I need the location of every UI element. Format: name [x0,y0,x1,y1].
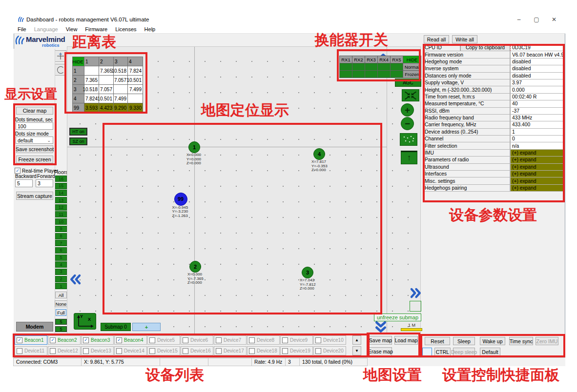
save-screenshot-button[interactable]: Save screenshot [16,145,53,153]
checkbox-icon[interactable]: ✓ [17,337,22,343]
add-submap-button[interactable]: + [132,323,161,331]
checkbox-icon[interactable] [183,348,188,354]
device-toggle-device14[interactable]: Device14 [114,346,147,355]
erase-map-button[interactable]: Erase map [369,347,392,356]
floor-button-5[interactable]: 5 [55,255,67,261]
device-toggle-device13[interactable]: Device13 [81,346,114,355]
checkbox-icon[interactable] [149,348,155,354]
time-sync-button[interactable]: Time sync [509,337,533,345]
ctrl-button[interactable]: CTRL [434,348,451,356]
device-toggle-device17[interactable]: Device17 [214,346,247,355]
param-value-expand[interactable]: (+) expand [510,184,565,192]
checkbox-icon[interactable] [249,348,255,354]
param-value[interactable]: 433 MHz [510,114,565,121]
floor-button-6[interactable]: 6 [55,247,67,254]
device-toggle-device7[interactable]: Device7 [214,335,247,345]
checkbox-icon[interactable] [282,348,288,354]
param-value[interactable]: 0D3C19 [510,44,565,51]
rx-state-cell[interactable] [390,63,403,71]
rx-state-cell[interactable] [365,63,378,71]
device-toggle-device11[interactable]: Device11 [15,346,47,355]
backward-input[interactable]: 5 [15,179,33,187]
param-value[interactable]: 00:02:40 R [510,93,565,100]
rx-header-rx1[interactable]: RX1 [339,56,352,63]
param-value[interactable]: disabled [510,65,565,72]
param-value[interactable]: 0 [510,135,565,142]
clear-map-button[interactable]: Clear map [16,107,53,115]
checkbox-icon[interactable] [249,337,255,343]
hedgehog-99[interactable]: 99 [174,193,187,206]
copy-to-clipboard-button[interactable]: Copy to clipboard [460,44,510,51]
default-button[interactable]: Default [480,348,500,356]
checkbox-icon[interactable] [315,337,321,343]
dots-timeout-input[interactable]: 100 [16,122,53,130]
floor-button-7[interactable]: 7 [55,240,67,246]
device-toggle-device12[interactable]: Device12 [48,346,81,355]
checkbox-icon[interactable] [282,337,288,343]
param-value[interactable]: 3.97 [510,79,565,86]
checkbox-icon[interactable] [17,348,22,354]
floor-button-12[interactable]: 12 [55,204,67,211]
floor-button-13[interactable]: 13 [55,197,67,203]
device-toggle-device5[interactable]: Device5 [147,335,180,345]
checkbox-icon[interactable] [116,348,122,354]
checkbox-icon[interactable]: ✓ [116,337,122,343]
device-scroll-down-button[interactable]: ▼ [352,346,361,355]
beacon-3[interactable]: 3 [302,267,313,278]
submap-swatch[interactable] [410,301,421,312]
rx-state-cell[interactable] [339,70,352,78]
floor-button-9[interactable]: 9 [55,226,67,232]
floors-none-button[interactable]: None [55,300,67,307]
agc-button[interactable]: AGC [395,78,421,87]
device-toggle-device9[interactable]: Device9 [280,335,313,345]
rx-state-cell[interactable] [339,63,352,71]
realtime-player-checkbox[interactable]: ✓ Real-time Player [15,168,58,174]
load-map-button[interactable]: Load map [394,336,418,345]
submap-button[interactable]: Submap 0 [101,323,131,331]
save-map-button[interactable]: Save map [369,336,392,345]
param-value[interactable]: n/a [510,142,565,149]
rx-header-rx2[interactable]: RX2 [352,56,365,63]
ht-on-button[interactable]: HT on [69,128,87,136]
device-toggle-device10[interactable]: Device10 [313,335,346,345]
rx-state-cell[interactable] [352,70,365,78]
rx-state-cell[interactable] [377,70,391,78]
floor-extra-2[interactable]: 5 [55,326,67,332]
rx-header-rx3[interactable]: RX3 [365,56,378,63]
rx-header-rx4[interactable]: RX4 [377,56,391,63]
floor-extra-1[interactable]: 5 [55,319,67,325]
floor-button-8[interactable]: 8 [55,233,67,239]
device-toggle-device19[interactable]: Device19 [280,346,313,355]
rx-state-cell[interactable] [390,70,403,78]
rx-state-cell[interactable] [377,63,391,71]
floor-button-4[interactable]: 4 [55,261,67,268]
rx-state-cell[interactable] [352,63,365,71]
checkbox-icon[interactable] [315,348,321,354]
read-all-button[interactable]: Read all [424,35,449,43]
checkbox-icon[interactable] [83,348,89,354]
param-value[interactable]: 40 [510,100,565,107]
pan-down-icon[interactable] [374,320,387,333]
floor-button-14[interactable]: 14 [55,190,67,196]
device-toggle-device15[interactable]: Device15 [147,346,180,355]
menu-help[interactable]: Help [141,25,160,33]
rx-state-cell[interactable] [365,70,378,78]
param-value[interactable]: 1 [510,128,565,136]
floor-button-11[interactable]: 11 [55,211,67,217]
floor-button-3[interactable]: 3 [55,269,67,275]
checkbox-icon[interactable]: ✓ [50,337,56,343]
freeze-screen-button[interactable]: Freeze screen [16,156,53,163]
checkbox-icon[interactable] [216,337,222,343]
device-toggle-device8[interactable]: Device8 [247,335,280,345]
write-all-button[interactable]: Write all [452,35,477,43]
zoom-in-button[interactable]: + [401,103,414,117]
distance-header-HIDE[interactable]: HIDE [72,57,84,66]
rx-row-label-normal[interactable]: Normal [403,63,421,71]
device-toggle-device18[interactable]: Device18 [247,346,280,355]
crosshair-tool-button[interactable] [55,50,66,62]
floor-button-16[interactable]: 16 [55,176,67,182]
sz-on-button[interactable]: SZ on [69,137,87,145]
beacon-4[interactable]: 4 [313,148,325,160]
floors-full-button[interactable]: Full [56,309,66,316]
device-toggle-beacon4[interactable]: ✓Beacon4 [114,335,147,345]
